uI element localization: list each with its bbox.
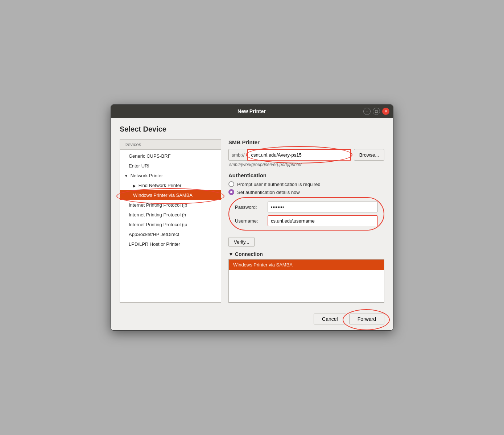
- auth-details-box: Password: Username:: [228, 197, 384, 231]
- device-list: Generic CUPS-BRF Enter URI ▼ Network Pri…: [120, 150, 221, 250]
- auth-option1-radio[interactable]: [228, 181, 234, 187]
- arrow-icon: ▶: [133, 184, 137, 188]
- password-label: Password:: [235, 204, 268, 210]
- main-layout: Devices Generic CUPS-BRF Enter URI ▼ Net…: [120, 139, 384, 303]
- smb-prefix: smb://: [228, 149, 247, 161]
- devices-header: Devices: [120, 140, 221, 150]
- device-item-windows-samba[interactable]: Windows Printer via SAMBA: [120, 190, 221, 200]
- auth-option1-label: Prompt user if authentication is require…: [237, 182, 321, 187]
- smb-section-title: SMB Printer: [228, 139, 384, 145]
- password-input[interactable]: [268, 202, 378, 212]
- titlebar: New Printer – □ ✕: [111, 105, 393, 118]
- browse-button[interactable]: Browse...: [354, 149, 384, 161]
- content-area: Select Device Devices Generic CUPS-BRF E…: [111, 118, 393, 308]
- username-label: Username:: [235, 218, 268, 224]
- connection-list: Windows Printer via SAMBA: [228, 259, 384, 303]
- window-title: New Printer: [140, 108, 363, 114]
- page-title: Select Device: [120, 125, 384, 133]
- forward-btn-wrap: Forward: [349, 314, 384, 324]
- minimize-button[interactable]: –: [363, 108, 371, 115]
- device-item-network-printer[interactable]: ▼ Network Printer: [120, 171, 221, 181]
- device-list-panel: Devices Generic CUPS-BRF Enter URI ▼ Net…: [120, 139, 221, 303]
- footer-bar: Cancel Forward: [111, 308, 393, 330]
- auth-section: Authentication Prompt user if authentica…: [228, 172, 384, 247]
- new-printer-window: New Printer – □ ✕ Select Device Devices …: [111, 104, 393, 331]
- close-button[interactable]: ✕: [382, 108, 389, 115]
- auth-option2-row[interactable]: Set authentication details now: [228, 189, 384, 195]
- device-item-enter-uri[interactable]: Enter URI: [120, 161, 221, 171]
- smb-input-row: smb:// Browse...: [228, 149, 384, 161]
- password-row: Password:: [235, 202, 378, 212]
- device-item-ipp1[interactable]: Internet Printing Protocol (ip: [120, 200, 221, 210]
- device-item-ipp2[interactable]: Internet Printing Protocol (h: [120, 210, 221, 220]
- verify-button[interactable]: Verify...: [228, 237, 255, 247]
- connection-section: ▼ Connection Windows Printer via SAMBA: [228, 251, 384, 303]
- device-item-ipp3[interactable]: Internet Printing Protocol (ip: [120, 220, 221, 229]
- device-item-lpd[interactable]: LPD/LPR Host or Printer: [120, 239, 221, 249]
- maximize-button[interactable]: □: [373, 108, 380, 115]
- auth-option2-label: Set authentication details now: [237, 190, 300, 195]
- connection-title: ▼ Connection: [228, 251, 384, 257]
- device-item-find-network[interactable]: ▶ Find Network Printer: [120, 181, 221, 190]
- auth-option1-row[interactable]: Prompt user if authentication is require…: [228, 181, 384, 187]
- smb-url-input[interactable]: [247, 149, 351, 161]
- device-item-appsocket[interactable]: AppSocket/HP JetDirect: [120, 229, 221, 239]
- titlebar-controls: – □ ✕: [363, 108, 389, 115]
- arrow-icon: ▼: [124, 174, 129, 178]
- right-panel: SMB Printer smb:// Browse... smb://[work…: [228, 139, 384, 303]
- cancel-button[interactable]: Cancel: [314, 314, 346, 324]
- collapse-arrow-icon: ▼: [228, 251, 234, 257]
- username-row: Username:: [235, 215, 378, 226]
- device-item-cups-brf[interactable]: Generic CUPS-BRF: [120, 151, 221, 161]
- forward-button[interactable]: Forward: [349, 314, 384, 324]
- auth-option2-radio[interactable]: [228, 189, 234, 195]
- smb-url-wrap: [247, 149, 351, 161]
- smb-hint: smb://[workgroup/]server[:port]/printer: [229, 162, 384, 167]
- username-input[interactable]: [268, 215, 378, 226]
- auth-title: Authentication: [228, 172, 384, 178]
- connection-item-samba[interactable]: Windows Printer via SAMBA: [229, 260, 384, 270]
